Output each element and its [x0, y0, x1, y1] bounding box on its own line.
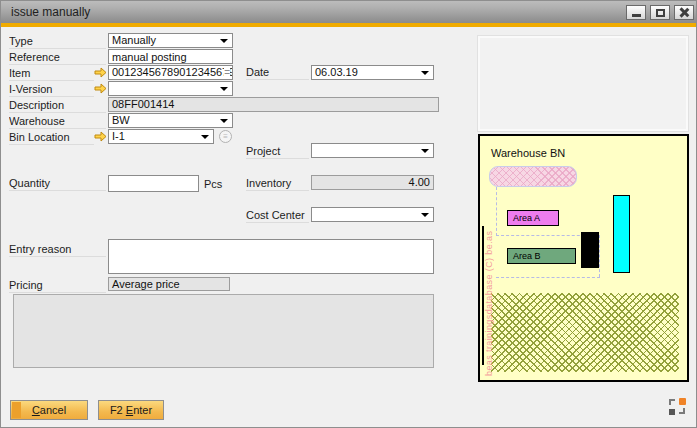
- close-icon: [680, 8, 689, 17]
- item-input[interactable]: 001234567890123456790 =: [108, 65, 233, 80]
- f2-enter-button[interactable]: F2 Enter: [98, 400, 164, 420]
- warehouse-value: BW: [112, 114, 130, 126]
- description-field: 08FF001414: [108, 97, 439, 112]
- close-button[interactable]: [674, 5, 694, 20]
- window-title: issue manually: [1, 5, 90, 19]
- zone-pink-hatched: [489, 166, 577, 187]
- route-dash-horizontal-2: [496, 277, 600, 278]
- cost-center-label: Cost Center: [246, 208, 309, 223]
- route-dash-vertical-1: [496, 187, 497, 236]
- item-label: Item: [9, 66, 94, 81]
- maximize-icon: [656, 9, 665, 17]
- dialog-issue-manually: issue manually Type Reference Item I-Ver…: [0, 0, 697, 428]
- warehouse-label: Warehouse: [9, 114, 106, 129]
- route-dash-vertical-2: [599, 235, 600, 277]
- minimize-icon: [632, 14, 641, 17]
- watermark-text: beas trainingsdatabase (C) be.as: [484, 161, 494, 376]
- type-label: Type: [9, 34, 106, 49]
- resize-grip-part: [669, 399, 675, 405]
- bin-list-icon[interactable]: ≡: [219, 130, 232, 143]
- title-bar: issue manually: [1, 1, 696, 23]
- entry-reason-input[interactable]: [108, 239, 434, 274]
- chevron-down-icon: [421, 71, 429, 75]
- focus-accent: [12, 402, 21, 418]
- resize-grip-part: [669, 409, 675, 415]
- bin-location-label: Bin Location: [9, 130, 94, 145]
- date-label: Date: [246, 65, 309, 80]
- quantity-unit-label: Pcs: [204, 177, 234, 192]
- inventory-label: Inventory: [246, 176, 309, 191]
- description-label: Description: [9, 98, 106, 113]
- accent-bar: [1, 23, 696, 27]
- reference-input[interactable]: [108, 49, 233, 64]
- resize-grip-icon[interactable]: [669, 398, 686, 415]
- hatched-storage-area: [491, 293, 679, 372]
- type-select[interactable]: Manually: [108, 33, 233, 48]
- highlighted-bin-rect: [613, 195, 630, 273]
- i-version-link-arrow-icon[interactable]: [94, 83, 107, 94]
- resize-grip-part: [679, 398, 686, 405]
- item-link-arrow-icon[interactable]: [94, 67, 107, 78]
- maximize-button[interactable]: [650, 5, 670, 20]
- area-a-box[interactable]: Area A: [507, 210, 559, 226]
- preview-panel: [478, 36, 688, 131]
- chevron-down-icon: [421, 213, 429, 217]
- window-controls: [626, 5, 694, 20]
- item-value: 001234567890123456790: [112, 66, 233, 78]
- blocked-bin-rect: [581, 232, 599, 268]
- quantity-label: Quantity: [9, 176, 106, 191]
- quantity-input[interactable]: [108, 175, 199, 192]
- warehouse-map-title: Warehouse BN: [491, 147, 565, 159]
- pricing-field: Average price: [108, 277, 230, 291]
- chevron-down-icon: [201, 135, 209, 139]
- type-value: Manually: [112, 34, 156, 46]
- i-version-select[interactable]: [108, 81, 233, 96]
- chevron-down-icon: [220, 39, 228, 43]
- bin-location-link-arrow-icon[interactable]: [94, 131, 107, 142]
- resize-grip-part: [679, 408, 685, 414]
- cancel-button[interactable]: Cancel: [10, 400, 88, 420]
- project-label: Project: [246, 144, 309, 159]
- entry-reason-label: Entry reason: [9, 242, 106, 257]
- warehouse-map-panel: Warehouse BN Area A Area B beas training…: [478, 134, 689, 382]
- chevron-down-icon: [220, 119, 228, 123]
- bin-location-value: I-1: [112, 130, 125, 142]
- bin-location-select[interactable]: I-1: [108, 129, 214, 144]
- cost-center-select[interactable]: [311, 207, 434, 222]
- project-select[interactable]: [311, 143, 434, 158]
- date-select[interactable]: 06.03.19: [311, 65, 434, 80]
- i-version-label: I-Version: [9, 82, 94, 97]
- reference-label: Reference: [9, 50, 106, 65]
- date-value: 06.03.19: [315, 66, 358, 78]
- overflow-icon: =: [224, 66, 230, 79]
- chevron-down-icon: [421, 149, 429, 153]
- minimize-button[interactable]: [626, 5, 646, 20]
- inventory-field: 4.00: [311, 175, 434, 190]
- warehouse-select[interactable]: BW: [108, 113, 233, 128]
- details-placeholder-area: [13, 294, 434, 368]
- pricing-label: Pricing: [9, 278, 106, 293]
- area-b-box[interactable]: Area B: [507, 248, 576, 264]
- chevron-down-icon: [220, 87, 228, 91]
